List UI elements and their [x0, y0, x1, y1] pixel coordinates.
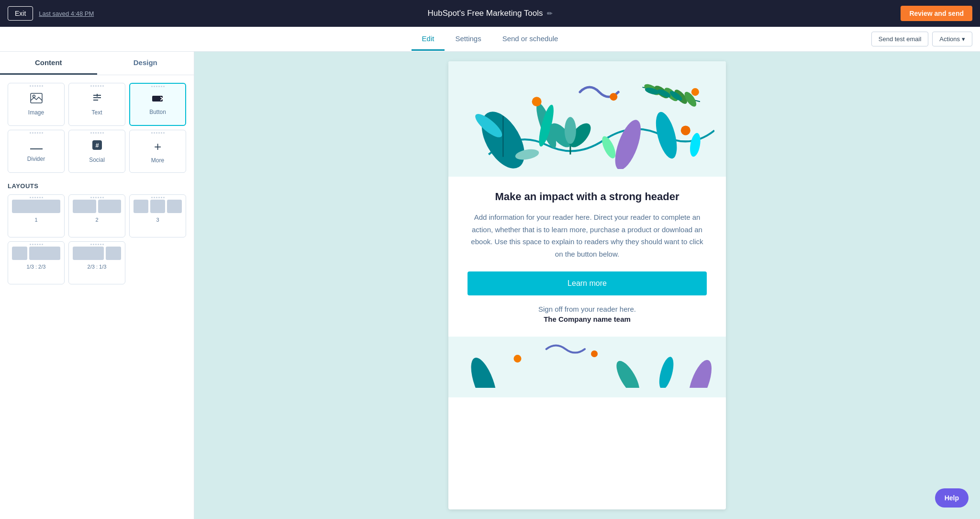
sidebar: Content Design — [0, 52, 194, 519]
block-text[interactable]: Text — [68, 83, 125, 126]
layout-preview-3col — [134, 200, 182, 213]
tab-send-or-schedule[interactable]: Send or schedule — [492, 28, 569, 51]
email-heading: Make an impact with a strong header — [468, 190, 707, 204]
layout-1col-label: 1 — [34, 217, 37, 223]
main-layout: Content Design — [0, 52, 980, 519]
svg-point-35 — [689, 132, 702, 158]
layout-1-3_2-3[interactable]: 1/3 : 2/3 — [8, 241, 65, 284]
svg-point-23 — [610, 117, 646, 169]
text-icon — [91, 93, 103, 106]
svg-point-24 — [652, 110, 681, 160]
sidebar-content: Image T — [0, 75, 194, 292]
layout-2-3-1-3-label: 2/3 : 1/3 — [88, 264, 107, 270]
block-button[interactable]: Button — [129, 83, 186, 126]
block-divider[interactable]: Divider — [8, 130, 65, 173]
layouts-heading: LAYOUTS — [8, 182, 186, 190]
blocks-grid: Image T — [8, 83, 186, 173]
drag-handle — [90, 85, 104, 87]
layout-3col-label: 3 — [156, 217, 159, 223]
block-more[interactable]: + More — [129, 130, 186, 173]
drag-handle — [90, 197, 104, 198]
top-bar: Exit Last saved 4:48 PM HubSpot's Free M… — [0, 0, 980, 27]
svg-point-1 — [33, 95, 35, 98]
email-hero — [448, 61, 726, 177]
nav-bar-actions: Send test email Actions ▾ — [871, 32, 972, 46]
last-saved-label[interactable]: Last saved 4:48 PM — [39, 10, 94, 17]
tab-edit[interactable]: Edit — [412, 28, 445, 51]
svg-point-39 — [591, 350, 598, 357]
sidebar-tab-design[interactable]: Design — [97, 52, 194, 75]
more-block-label: More — [151, 157, 164, 164]
exit-button[interactable]: Exit — [8, 6, 33, 21]
email-bottom-hero — [448, 337, 726, 397]
sidebar-tabs: Content Design — [0, 52, 194, 75]
drag-handle — [29, 132, 44, 134]
nav-bar: Edit Settings Send or schedule Send test… — [0, 27, 980, 52]
edit-title-icon[interactable]: ✏ — [547, 10, 553, 17]
layout-2-3_1-3[interactable]: 2/3 : 1/3 — [68, 241, 125, 284]
drag-handle — [151, 132, 165, 134]
block-image[interactable]: Image — [8, 83, 65, 126]
drag-handle — [90, 132, 104, 134]
top-bar-left: Exit Last saved 4:48 PM — [8, 6, 94, 21]
svg-point-31 — [691, 88, 699, 96]
svg-text:#: # — [95, 142, 99, 149]
drag-handle — [151, 86, 165, 87]
tab-settings[interactable]: Settings — [445, 28, 491, 51]
sidebar-tab-content[interactable]: Content — [0, 52, 97, 75]
layout-preview-unequal-right — [73, 247, 121, 260]
email-body: Make an impact with a strong header Add … — [448, 177, 726, 337]
drag-handle — [29, 85, 44, 87]
actions-label: Actions — [939, 35, 960, 43]
svg-rect-0 — [31, 93, 42, 103]
divider-block-label: Divider — [27, 156, 45, 162]
svg-point-38 — [513, 355, 521, 362]
svg-point-32 — [681, 125, 690, 135]
drag-handle — [151, 197, 165, 198]
layout-preview-unequal-left — [12, 247, 60, 260]
review-send-button[interactable]: Review and send — [901, 6, 972, 21]
top-bar-right: Review and send — [901, 6, 972, 21]
svg-point-29 — [532, 97, 542, 106]
svg-point-28 — [565, 117, 576, 144]
layout-preview-1col — [12, 200, 60, 213]
button-block-label: Button — [149, 109, 166, 115]
text-block-label: Text — [91, 109, 102, 116]
layouts-section: LAYOUTS 1 — [8, 182, 186, 284]
drag-handle — [29, 197, 44, 198]
layout-1-3-2-3-label: 1/3 : 2/3 — [27, 264, 46, 270]
svg-point-30 — [610, 93, 617, 101]
chevron-down-icon: ▾ — [962, 35, 965, 43]
nav-tabs: Edit Settings Send or schedule — [412, 28, 569, 51]
svg-point-42 — [684, 357, 714, 387]
help-button[interactable]: Help — [935, 488, 969, 508]
layout-2col[interactable]: 2 — [68, 194, 125, 237]
more-icon: + — [154, 139, 161, 154]
image-block-label: Image — [28, 109, 44, 116]
button-icon — [151, 93, 165, 106]
layout-2col-label: 2 — [95, 217, 98, 223]
layouts-grid: 1 2 — [8, 194, 186, 284]
actions-button[interactable]: Actions ▾ — [932, 32, 972, 46]
svg-point-37 — [466, 355, 501, 388]
app-title: HubSpot's Free Marketing Tools — [427, 9, 543, 18]
drag-handle — [90, 244, 104, 245]
email-company: The Company name team — [468, 315, 707, 323]
layout-1col[interactable]: 1 — [8, 194, 65, 237]
block-social[interactable]: # Social — [68, 130, 125, 173]
send-test-email-button[interactable]: Send test email — [871, 32, 929, 46]
image-icon — [30, 93, 43, 106]
learn-more-button[interactable]: Learn more — [468, 271, 707, 295]
layout-preview-2col — [73, 200, 121, 213]
email-preview: Make an impact with a strong header Add … — [448, 61, 726, 509]
svg-point-41 — [657, 356, 676, 388]
social-icon: # — [91, 139, 103, 154]
layout-3col[interactable]: 3 — [129, 194, 186, 237]
email-signoff: Sign off from your reader here. — [468, 305, 707, 313]
drag-handle — [29, 244, 44, 245]
top-bar-center: HubSpot's Free Marketing Tools ✏ — [427, 9, 552, 18]
canvas-area: Make an impact with a strong header Add … — [194, 52, 980, 519]
divider-icon — [30, 140, 43, 153]
email-body-text: Add information for your reader here. Di… — [468, 211, 707, 260]
social-block-label: Social — [89, 157, 105, 163]
